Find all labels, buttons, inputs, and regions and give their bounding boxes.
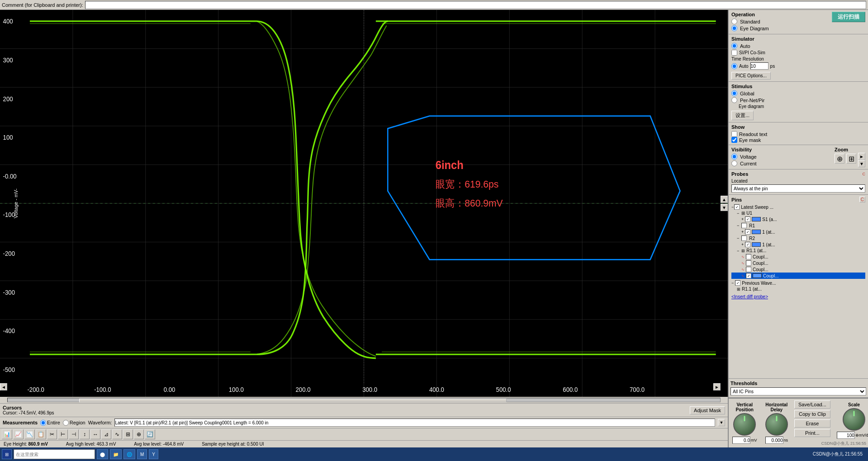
pin-item-1at-r2[interactable]: + 1 (at... [731,241,865,248]
run-scan-button[interactable]: 运行扫描 [832,12,865,22]
pin-item-coupl3[interactable]: ∿ Coupl... [731,266,865,273]
pin-item-r1-1b[interactable]: ⊞ R1.1 (at... [731,286,865,292]
r2-checkbox[interactable] [741,235,747,241]
standard-radio-group[interactable]: Standard [731,19,769,24]
horiz-delay-input[interactable] [765,437,783,444]
toolbar-btn-9[interactable]: ↔ [90,429,100,439]
s1-checkbox[interactable] [745,216,750,222]
sip-cosim-checkbox[interactable] [731,50,737,56]
taskbar-search[interactable] [14,449,95,459]
coupl1-label: Coupl... [753,254,768,259]
waveform-dropdown[interactable]: ▼ [718,419,725,426]
zoom-in-button[interactable]: ⊕ [835,154,844,164]
toolbar-btn-11[interactable]: ∿ [112,429,122,439]
scroll-down-arrow[interactable]: ▼ [721,204,728,211]
adjust-mask-button[interactable]: Adjust Mask [690,406,725,414]
pin-item-1at-r1[interactable]: + 1 (at... [731,229,865,235]
taskbar-btn-1[interactable]: ⬤ [97,449,108,459]
latest-sweep-checkbox[interactable] [734,204,740,210]
taskbar-btn-3[interactable]: 🌐 [123,449,135,459]
tres-auto-radio[interactable] [731,63,737,69]
toolbar-btn-12[interactable]: ⊞ [123,429,133,439]
copy-clip-button[interactable]: Copy to Clip [794,410,830,418]
time-resolution-row: Time Resolution [731,56,865,61]
pin-item-r1[interactable]: − R1 [731,222,865,229]
coupl1-checkbox[interactable] [746,254,751,259]
vert-pos-input[interactable] [732,437,750,444]
pin-item-r2[interactable]: − R2 [731,235,865,241]
nav-left-arrow[interactable]: ◄ [0,383,7,390]
vertical-scale-knob[interactable] [843,408,865,431]
pin-item-prev-wave[interactable]: − Previous Wave... [731,280,865,286]
avg-high-stat: Avg high level: 463.3 mV [66,442,116,447]
toolbar-btn-3[interactable]: 📉 [24,429,35,439]
1at-r2-checkbox[interactable] [745,242,750,247]
vert-pos-title: Vertical Position [736,402,754,412]
print-button[interactable]: Print... [794,429,830,437]
r1-checkbox[interactable] [741,223,747,228]
pin-item-r1-1[interactable]: − ⊞ R1.1 (at... [731,248,865,254]
zoom-fit-button[interactable]: ⊞ [846,154,856,164]
settings-button[interactable]: 设置... [731,111,754,120]
vert-scale-input[interactable] [837,432,855,439]
toolbar-btn-1[interactable]: 📊 [2,429,12,439]
toolbar-btn-14[interactable]: 🔄 [145,429,155,439]
pin-item-coupl2[interactable]: ∿ Coupl... [731,260,865,266]
nav-right-arrow[interactable]: ► [713,383,721,390]
toolbar-btn-10[interactable]: ⊿ [101,429,111,439]
h-scrollbar[interactable] [0,397,728,403]
panel-down-arrow[interactable]: ▼ [858,160,865,167]
entire-radio[interactable] [40,420,46,426]
horizontal-delay-knob[interactable] [765,413,788,436]
eye-diagram-radio[interactable] [731,25,737,31]
prev-wave-checkbox[interactable] [735,280,740,286]
toolbar-btn-4[interactable]: 📋 [36,429,46,439]
thresholds-select[interactable]: All IC Pins [730,387,866,395]
voltage-radio[interactable] [731,154,737,160]
standard-radio[interactable] [731,19,737,24]
panel-right-arrow[interactable]: ► [858,153,865,160]
toolbar-btn-5[interactable]: ✂ [47,429,57,439]
taskbar-btn-2[interactable]: 📁 [110,449,122,459]
eye-diagram-radio-group[interactable]: Eye Diagram [731,25,769,31]
region-radio[interactable] [63,420,69,426]
insert-diff-probe[interactable]: <Insert diff probe> [731,294,865,299]
1at-r1-checkbox[interactable] [745,229,750,235]
comment-input[interactable] [85,1,866,9]
chart-wrapper[interactable]: Voltage - mV- 400 300 200 100 -0.00 -100… [0,10,728,397]
toolbar-btn-6[interactable]: ⊢ [58,429,68,439]
per-net-radio[interactable] [731,97,737,103]
entire-radio-label[interactable]: Entire [40,420,60,426]
coupl4-checkbox[interactable] [746,273,751,278]
located-select[interactable]: Always at the pin At the driver At the r… [731,184,865,193]
current-radio[interactable] [731,160,737,166]
erase-button[interactable]: Erase [794,419,830,428]
pin-item-coupl4[interactable]: ∿ Coupl... [731,273,865,279]
pins-refresh-icon[interactable]: C [859,197,865,202]
waveform-input[interactable] [114,419,715,427]
cursors-info: Cursors Cursor: -74.5mV, 496.9ps [3,405,54,415]
save-load-button[interactable]: Save/Load... [794,400,830,409]
global-radio[interactable] [731,90,737,96]
eye-mask-checkbox[interactable] [731,137,737,143]
taskbar-btn-4[interactable]: M [137,449,147,459]
pin-item-latest-sweep[interactable]: − Latest Sweep ... [731,204,865,210]
region-radio-label[interactable]: Region [63,420,85,426]
pin-item-coupl1[interactable]: ∿ Coupl... [731,254,865,260]
coupl2-checkbox[interactable] [746,260,751,266]
readout-text-checkbox[interactable] [731,131,737,137]
taskbar-btn-5[interactable]: Y [149,449,158,459]
scroll-up-arrow[interactable]: ▲ [721,196,728,203]
time-res-input[interactable] [750,62,768,70]
toolbar-btn-2[interactable]: 📈 [13,429,24,439]
toolbar-btn-7[interactable]: ⊣ [69,429,79,439]
pin-item-s1[interactable]: + S1 (a... [731,216,865,222]
pice-options-button[interactable]: PICE Options... [731,72,771,80]
coupl3-checkbox[interactable] [746,267,751,272]
auto-radio[interactable] [731,43,737,49]
start-button[interactable]: ⊞ [2,449,12,459]
toolbar-btn-13[interactable]: ⊕ [134,429,144,439]
pin-item-u1[interactable]: − ⊞ U1 [731,210,865,216]
toolbar-btn-8[interactable]: ↕ [80,429,90,439]
vertical-position-knob[interactable] [733,413,756,436]
